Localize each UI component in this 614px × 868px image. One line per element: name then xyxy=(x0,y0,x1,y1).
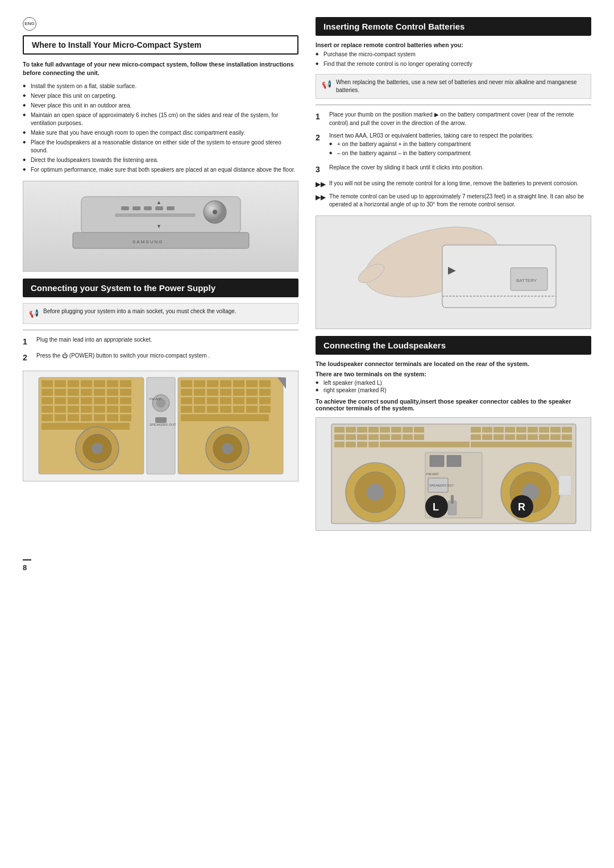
svg-rect-19 xyxy=(107,380,118,387)
device-svg: SAMSUNG ▲ ▼ xyxy=(64,182,258,271)
power-note-text: Before plugging your system into a main … xyxy=(43,308,237,315)
svg-rect-70 xyxy=(220,389,231,396)
battery-note-icon: 📢 xyxy=(322,79,331,90)
svg-rect-120 xyxy=(368,442,379,447)
svg-rect-106 xyxy=(391,427,401,433)
svg-rect-26 xyxy=(107,389,118,396)
svg-rect-121 xyxy=(380,442,470,447)
svg-text:▼: ▼ xyxy=(156,223,161,229)
svg-rect-139 xyxy=(562,434,572,440)
svg-rect-67 xyxy=(181,389,192,396)
speaker-cable-note: To achieve the correct sound quality,ins… xyxy=(316,398,591,412)
svg-rect-27 xyxy=(120,389,131,396)
svg-rect-135 xyxy=(516,434,526,440)
svg-rect-77 xyxy=(220,397,231,404)
step-num-2: 2 xyxy=(23,352,32,363)
note-icon: 📢 xyxy=(29,308,39,319)
svg-rect-78 xyxy=(233,397,244,404)
svg-rect-134 xyxy=(505,434,515,440)
svg-text:SPEAKERS OUT: SPEAKERS OUT xyxy=(150,423,176,426)
svg-rect-28 xyxy=(42,397,53,404)
svg-rect-83 xyxy=(207,406,218,413)
install-bullets: Install the system on a flat, stable sur… xyxy=(23,82,298,174)
svg-rect-132 xyxy=(482,434,492,440)
svg-rect-72 xyxy=(246,389,258,396)
svg-rect-112 xyxy=(368,434,379,440)
svg-rect-23 xyxy=(68,389,79,396)
sub-bullet-minus: – on the battery against – in the batter… xyxy=(329,149,591,158)
remote-svg: BATTERY ▶ xyxy=(329,217,579,327)
divider-1 xyxy=(23,330,298,330)
svg-rect-46 xyxy=(94,414,105,421)
svg-rect-62 xyxy=(207,380,218,387)
svg-rect-136 xyxy=(528,434,538,440)
bullet-4: Maintain an open space of approximately … xyxy=(23,111,298,127)
battery-step-1: 1 Place your thumb on the position marke… xyxy=(316,111,591,127)
battery-step-2-content: Insert two AAA, LR03 or equivalent batte… xyxy=(329,132,591,159)
svg-rect-40 xyxy=(107,406,118,413)
battery-bullets: Purchase the micro-compact system Find t… xyxy=(316,51,591,68)
svg-rect-101 xyxy=(334,427,345,433)
remote-illustration: BATTERY ▶ xyxy=(316,215,591,329)
battery-step-1-text: Place your thumb on the position marked … xyxy=(329,111,591,127)
arrow-note-1: ▶▶ If you will not be using the remote c… xyxy=(316,180,591,189)
bullet-8: For optimum performance, make sure that … xyxy=(23,166,298,174)
svg-rect-105 xyxy=(380,427,390,433)
svg-rect-1 xyxy=(121,206,129,210)
svg-rect-34 xyxy=(120,397,131,404)
svg-rect-38 xyxy=(81,406,92,413)
svg-rect-86 xyxy=(246,406,258,413)
svg-rect-113 xyxy=(380,434,390,440)
svg-rect-117 xyxy=(334,442,345,447)
device-illustration: SAMSUNG ▲ ▼ xyxy=(23,181,298,272)
svg-rect-41 xyxy=(120,406,131,413)
arrow-icon-2: ▶▶ xyxy=(316,193,326,209)
power-step-1-text: Plug the main lead into an appropriate s… xyxy=(36,336,298,347)
svg-point-91 xyxy=(222,443,233,454)
svg-rect-14 xyxy=(42,380,53,387)
svg-rect-73 xyxy=(259,389,271,396)
svg-rect-88 xyxy=(181,414,269,421)
svg-rect-85 xyxy=(233,406,244,413)
page-container: ENG Where to Install Your Micro-Compact … xyxy=(23,17,591,572)
svg-rect-148 xyxy=(430,455,444,467)
svg-point-8 xyxy=(213,210,217,214)
svg-rect-81 xyxy=(181,406,192,413)
arrow-note-2: ▶▶ The remote control can be used up to … xyxy=(316,193,591,209)
left-top-section: ENG Where to Install Your Micro-Compact … xyxy=(23,17,298,538)
battery-step-num-1: 1 xyxy=(316,111,325,127)
battery-bullet-2: Find that the remote control is no longe… xyxy=(316,60,591,68)
svg-rect-149 xyxy=(447,455,461,467)
svg-rect-18 xyxy=(94,380,105,387)
power-header: Connecting your System to the Power Supp… xyxy=(23,279,298,297)
eng-badge: ENG xyxy=(23,17,36,31)
speaker-left-svg: FM ANT SPEAKERS OUT xyxy=(36,372,286,480)
loudspeakers-header: Connecting the Loudspeakers xyxy=(316,336,591,355)
svg-rect-47 xyxy=(107,414,118,421)
svg-rect-66 xyxy=(259,380,271,387)
svg-rect-45 xyxy=(81,414,92,421)
svg-rect-84 xyxy=(220,406,231,413)
svg-rect-39 xyxy=(94,406,105,413)
svg-rect-6 xyxy=(115,214,195,217)
svg-rect-69 xyxy=(207,389,218,396)
svg-rect-131 xyxy=(471,434,481,440)
battery-bullet-1: Purchase the micro-compact system xyxy=(316,51,591,59)
svg-rect-104 xyxy=(368,427,379,433)
svg-rect-129 xyxy=(550,427,561,433)
svg-rect-68 xyxy=(194,389,205,396)
power-step-2: 2 Press the ⏻ (POWER) button to switch y… xyxy=(23,352,298,363)
right-top-section: Inserting Remote Control Batteries Inser… xyxy=(316,17,591,538)
svg-point-52 xyxy=(92,443,103,454)
svg-rect-127 xyxy=(528,427,538,433)
bullet-2: Never place this unit on carpeting. xyxy=(23,92,298,100)
battery-bold-intro: Insert or replace remote control batteri… xyxy=(316,41,591,48)
svg-rect-108 xyxy=(414,427,424,433)
battery-step-3-text: Replace the cover by sliding it back unt… xyxy=(329,164,591,175)
svg-rect-30 xyxy=(68,397,79,404)
bullet-7: Direct the loudspeakers towards the list… xyxy=(23,156,298,164)
svg-text:R: R xyxy=(518,501,525,513)
inserting-batteries-header: Inserting Remote Control Batteries xyxy=(316,17,591,36)
svg-rect-48 xyxy=(120,414,131,421)
terminal-right: right speaker (marked R) xyxy=(316,387,591,393)
